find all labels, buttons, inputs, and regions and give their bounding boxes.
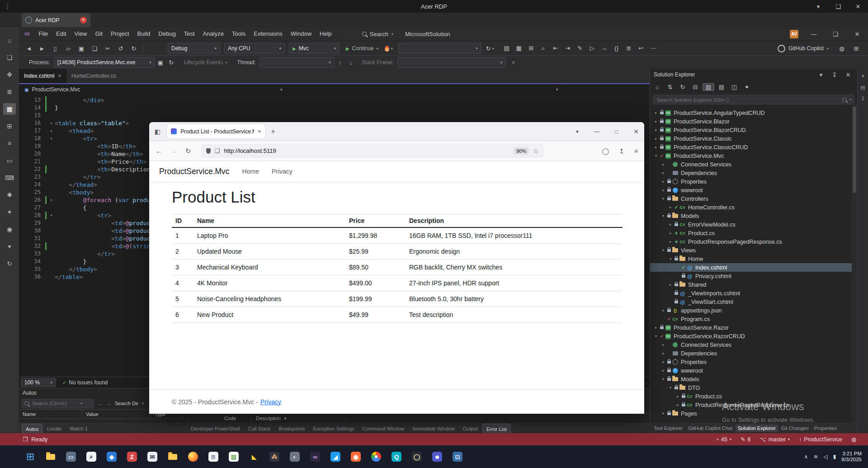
autos-column-name[interactable]: Name — [19, 410, 82, 418]
tab-developer-powershell[interactable]: Developer PowerShell — [187, 424, 244, 433]
tree-item-errorviewmodel-cs[interactable]: ▸C#ErrorViewModel.cs — [650, 220, 857, 229]
rdp-tab[interactable]: Acer RDP ✕ — [22, 13, 90, 27]
tree-item-viewimports-cshtml[interactable]: @_ViewImports.cshtml — [650, 289, 857, 298]
solution-explorer-search-box[interactable]: ▾ — [653, 95, 854, 104]
word-wrap-icon[interactable]: ↩ — [636, 45, 646, 52]
collapse-all-icon[interactable]: ▤ — [716, 84, 727, 90]
menu-git[interactable]: Git — [91, 27, 107, 41]
people-app[interactable]: ☻ — [432, 451, 443, 462]
show-all-files-icon[interactable]: ▧ — [703, 83, 714, 91]
editor-tab-homecontroller-cs[interactable]: HomeController.cs — [66, 69, 121, 83]
save-icon[interactable]: ▣ — [76, 45, 87, 52]
solution-explorer-icon[interactable]: ▤ — [501, 45, 512, 52]
breadcrumb-project[interactable]: ProductService.Mvc — [32, 86, 80, 93]
tab-close-icon[interactable]: ✕ — [258, 129, 261, 134]
tree-item-shared[interactable]: ▸Shared — [650, 280, 857, 289]
rdp-menu-icon[interactable]: ⋮ — [5, 3, 11, 10]
tab-immediate-window[interactable]: Immediate Window — [409, 424, 459, 433]
egg-app[interactable]: ◯ — [411, 451, 422, 462]
firefox-browser[interactable] — [188, 451, 198, 462]
menu-analyze[interactable]: Analyze — [199, 27, 228, 41]
duplicate-window-icon[interactable]: ❏ — [3, 52, 16, 63]
solution-name[interactable]: MicrosoftSolution — [405, 31, 450, 38]
tree-item-dependencies[interactable]: ▸Dependencies — [650, 349, 857, 358]
menu-tools[interactable]: Tools — [228, 27, 250, 41]
autos-search-box[interactable]: ▾ — [22, 399, 94, 408]
tree-item-productservice-angulartypedcrud[interactable]: ▸C#ProductService.AngularTypedCRUD — [650, 109, 857, 117]
battery-icon[interactable]: ▮ — [833, 454, 836, 460]
strip-list-icon[interactable]: ▤ — [860, 85, 865, 90]
braces-icon[interactable]: {} — [611, 45, 622, 52]
menu-edit[interactable]: Edit — [52, 27, 70, 41]
defender-app[interactable]: ◆ — [106, 451, 117, 462]
file-explorer[interactable] — [45, 451, 56, 462]
toolbar-overflow-icon[interactable]: » — [510, 61, 517, 64]
nav-link-home[interactable]: Home — [242, 168, 259, 175]
status-publish[interactable]: ↑ ProductService — [799, 436, 842, 443]
hot-reload-button[interactable]: ▾ — [385, 46, 393, 52]
navigate-backward-icon[interactable]: ◄ — [24, 45, 34, 52]
tool-tab-test-explorer[interactable]: Test Explorer — [651, 425, 685, 432]
chevron-down-icon[interactable]: ▾ — [3, 241, 16, 252]
restart-button[interactable]: ↻▾ — [486, 45, 494, 52]
window-position-icon[interactable]: ▾ — [816, 71, 826, 78]
tools-icon[interactable]: ✦ — [3, 206, 16, 218]
menu-debug[interactable]: Debug — [154, 27, 179, 41]
tree-item-productservice-mvc[interactable]: ▾✓C#ProductService.Mvc — [650, 151, 857, 160]
undo-icon[interactable]: ↺ — [115, 45, 126, 52]
solution-explorer-search-input[interactable] — [656, 97, 840, 103]
panel-close-icon[interactable]: ✕ — [843, 71, 854, 78]
bat-app[interactable]: ◣ — [249, 451, 259, 462]
browser-maximize-icon[interactable]: □ — [615, 128, 618, 135]
document-app[interactable]: ▤ — [228, 451, 239, 462]
filter-icon[interactable]: ◫ — [729, 84, 740, 90]
breadcrumb-caret-icon[interactable]: ▾ — [280, 87, 283, 92]
screenshot-icon[interactable]: ◉ — [3, 223, 16, 235]
tree-item-wwwroot[interactable]: ▸wwwroot — [650, 186, 857, 194]
breadcrumb[interactable]: ▣ ProductService.Mvc ▾ ▾ — [19, 84, 650, 95]
notes-app[interactable]: ≣ — [208, 451, 219, 462]
nav-link-privacy[interactable]: Privacy — [272, 168, 292, 175]
stack-frame-dropdown[interactable]: ▾ — [397, 57, 506, 68]
thread-up-icon[interactable]: ↑ — [335, 59, 345, 66]
indent-icon[interactable]: ⇤ — [550, 45, 561, 52]
rdp-tab-close-icon[interactable]: ✕ — [80, 17, 87, 24]
reload-icon[interactable]: ↻ — [185, 147, 191, 155]
menu-window[interactable]: Window — [287, 27, 316, 41]
continue-button[interactable]: ▶ Continue ▾ — [346, 45, 378, 52]
avatar[interactable]: AV — [790, 30, 798, 38]
tree-item-models[interactable]: ▾Models — [650, 375, 857, 383]
visual-studio[interactable]: ∞ — [310, 451, 321, 462]
notifications-bell[interactable]: ◍ — [851, 436, 856, 443]
tree-item-dependencies[interactable]: ▸Dependencies — [650, 169, 857, 177]
github-copilot-button[interactable]: GitHub Copilot ▾ ◍⊞ — [778, 45, 862, 52]
layout-icon[interactable]: ⊞ — [851, 45, 862, 52]
cut-icon[interactable]: ✂ — [102, 45, 113, 52]
process-snapshot-icon[interactable]: ▣ — [155, 59, 166, 66]
breadcrumb-caret2-icon[interactable]: ▾ — [556, 87, 558, 92]
vs-search-box[interactable]: Search ▾ — [362, 31, 393, 38]
status-edits[interactable]: ✎ 6 — [741, 436, 750, 443]
tab-locals[interactable]: Locals — [43, 424, 65, 433]
outdent-icon[interactable]: ⇥ — [562, 45, 573, 52]
tab-call-stack[interactable]: Call Stack — [245, 424, 274, 433]
tree-item-productservice-blazorcrud[interactable]: ▸C#ProductService.BlazorCRUD — [650, 126, 857, 134]
tree-item-properties[interactable]: ▸Properties — [650, 177, 857, 186]
menu-extensions[interactable]: Extensions — [250, 27, 287, 41]
fullscreen-icon[interactable]: ✥ — [3, 69, 16, 80]
tab-exception-settings[interactable]: Exception Settings — [309, 424, 358, 433]
find-in-files-icon[interactable]: ⌕ — [538, 45, 549, 52]
tree-item-properties[interactable]: ▸Properties — [650, 358, 857, 366]
gray-app[interactable]: ◐ — [289, 451, 300, 462]
home-icon[interactable]: ⌂ — [3, 34, 16, 46]
sync-refresh-icon[interactable]: ↻ — [677, 84, 688, 90]
strip-settings-icon[interactable]: ✦ — [861, 73, 865, 79]
tree-item-connected-services[interactable]: ▸Connected Services — [650, 160, 857, 169]
display-app[interactable]: ⊡ — [452, 451, 463, 462]
tab-autos[interactable]: Autos — [22, 424, 42, 434]
zoom-indicator[interactable]: 90% — [514, 147, 529, 155]
account-icon[interactable]: ◯ — [602, 147, 609, 155]
refresh-icon[interactable]: ↻ — [3, 258, 16, 269]
vs-code[interactable]: ◢ — [330, 451, 341, 462]
tab-breakpoints[interactable]: Breakpoints — [275, 424, 308, 433]
